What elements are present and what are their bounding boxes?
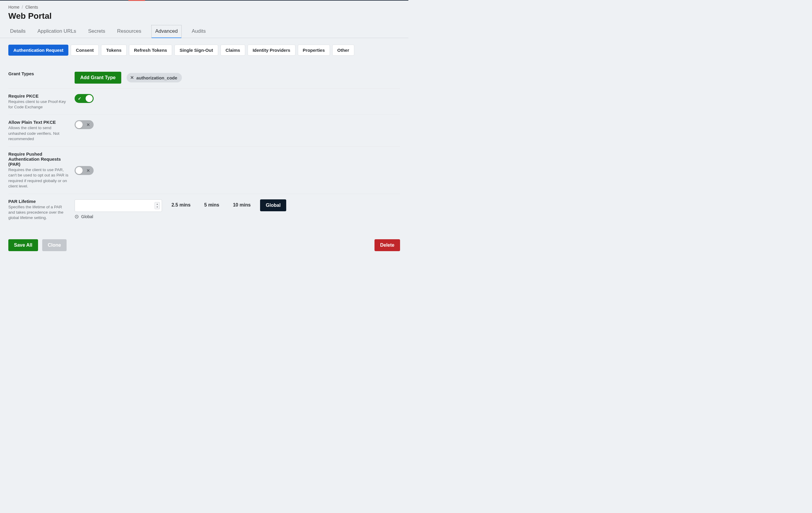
breadcrumb-home[interactable]: Home [8,5,19,9]
subtab-properties[interactable]: Properties [298,45,330,56]
par-lifetime-helper: Global [75,214,162,219]
save-all-button[interactable]: Save All [8,239,38,251]
page-root: Home / Clients Web Portal Details Applic… [0,0,408,256]
sub-tabs: Authentication Request Consent Tokens Re… [0,38,408,59]
par-lifetime-label: PAR Lifetime [8,199,69,204]
clone-button[interactable]: Clone [42,239,66,251]
row-plain-text-pkce: Allow Plain Text PKCE Allows the client … [8,114,400,146]
top-accent-bar [128,0,145,1]
row-par-lifetime: PAR Lifetime Specifies the lifetime of a… [8,194,400,225]
chevron-up-icon: ▴ [157,202,158,205]
preset-5-mins[interactable]: 5 mins [200,199,224,211]
row-label: Allow Plain Text PKCE Allows the client … [8,119,69,142]
toggle-knob [86,95,93,102]
plain-text-pkce-toggle[interactable]: ✕ [75,120,94,129]
grant-type-chip[interactable]: ✕ authorization_code [126,73,182,82]
row-control: ✕ [75,165,400,175]
tab-audits[interactable]: Audits [190,25,207,38]
row-control: ✓ [75,93,400,103]
preset-10-mins[interactable]: 10 mins [229,199,255,211]
check-icon: ✓ [78,96,82,101]
preset-global-button[interactable]: Global [260,199,286,211]
chevron-down-icon: ▾ [157,206,158,208]
par-lifetime-input-group: ▴ ▾ Global [75,199,162,219]
require-pkce-label: Require PKCE [8,93,69,99]
require-par-sub: Requires the client to use PAR, can't be… [8,167,69,189]
subtab-other[interactable]: Other [332,45,354,56]
footer-left: Save All Clone [8,239,66,251]
require-pkce-toggle[interactable]: ✓ [75,94,94,103]
number-stepper[interactable]: ▴ ▾ [154,202,160,209]
add-grant-type-button[interactable]: Add Grant Type [75,72,121,84]
footer: Save All Clone Delete [0,234,408,256]
plain-text-pkce-sub: Allows the client to send unhashed code … [8,125,69,142]
settings-panel: Grant Types Add Grant Type ✕ authorizati… [0,59,408,252]
row-control: Add Grant Type ✕ authorization_code [75,71,400,84]
par-lifetime-input[interactable] [75,200,160,212]
tab-details[interactable]: Details [8,25,27,38]
x-icon: ✕ [86,122,90,127]
row-label: Require PKCE Requires client to use Proo… [8,93,69,110]
main-tabs: Details Application URLs Secrets Resourc… [0,25,408,38]
row-label: PAR Lifetime Specifies the lifetime of a… [8,199,69,221]
require-par-label: Require Pushed Authentication Requests (… [8,152,69,167]
preset-2-5-mins[interactable]: 2.5 mins [167,199,195,211]
row-grant-types: Grant Types Add Grant Type ✕ authorizati… [8,66,400,88]
plain-text-pkce-label: Allow Plain Text PKCE [8,119,69,125]
remove-icon[interactable]: ✕ [130,75,134,80]
grant-types-label: Grant Types [8,71,69,76]
breadcrumb-clients[interactable]: Clients [25,5,38,9]
par-lifetime-input-wrap: ▴ ▾ [75,199,162,212]
require-pkce-sub: Requires client to use Proof-Key for Cod… [8,99,69,110]
clock-icon [75,215,79,219]
x-icon: ✕ [86,168,90,173]
breadcrumb-separator: / [22,5,23,9]
par-lifetime-helper-text: Global [81,214,93,219]
row-require-pkce: Require PKCE Requires client to use Proo… [8,88,400,114]
toggle-knob [76,167,83,174]
subtab-single-sign-out[interactable]: Single Sign-Out [174,45,218,56]
row-label: Require Pushed Authentication Requests (… [8,152,69,189]
row-label: Grant Types [8,71,69,77]
row-control: ✕ [75,119,400,129]
tab-application-urls[interactable]: Application URLs [36,25,78,38]
row-require-par: Require Pushed Authentication Requests (… [8,146,400,194]
subtab-claims[interactable]: Claims [221,45,245,56]
subtab-tokens[interactable]: Tokens [101,45,126,56]
require-par-toggle[interactable]: ✕ [75,166,94,175]
tab-secrets[interactable]: Secrets [86,25,107,38]
footer-right: Delete [375,239,400,251]
subtab-consent[interactable]: Consent [71,45,99,56]
subtab-authentication-request[interactable]: Authentication Request [8,45,68,56]
row-control: ▴ ▾ Global 2.5 mins 5 mins 10 mins [75,199,400,219]
delete-button[interactable]: Delete [375,239,400,251]
breadcrumb: Home / Clients [0,1,408,9]
subtab-identity-providers[interactable]: Identity Providers [248,45,295,56]
grant-type-chip-label: authorization_code [137,75,177,80]
tab-advanced[interactable]: Advanced [151,25,182,38]
toggle-knob [76,121,83,128]
page-title: Web Portal [0,9,408,25]
par-lifetime-sub: Specifies the lifetime of a PAR and take… [8,205,69,221]
tab-resources[interactable]: Resources [115,25,143,38]
subtab-refresh-tokens[interactable]: Refresh Tokens [129,45,172,56]
